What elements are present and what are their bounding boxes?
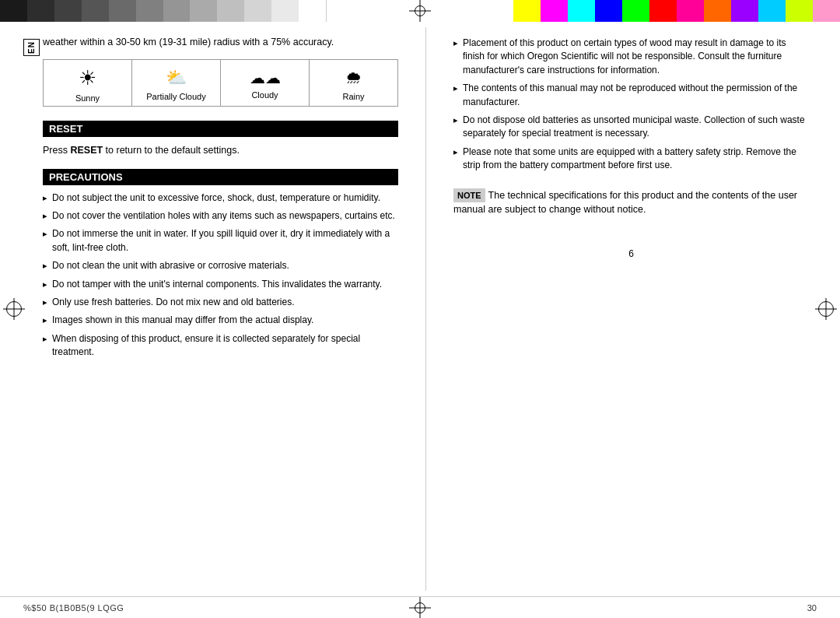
intro-text: weather within a 30-50 km (19-31 mile) r…	[43, 35, 398, 50]
footer-bar: %$50 B(1B0B5(9 LQGG 30	[0, 596, 840, 618]
right-column: ▸ Placement of this product on certain t…	[453, 27, 809, 591]
right-item-text: Placement of this product on certain typ…	[463, 37, 809, 77]
bullet-icon: ▸	[453, 146, 458, 159]
list-item: ▸ Do not subject the unit to excessive f…	[43, 191, 398, 205]
bullet-icon: ▸	[43, 228, 47, 241]
bullet-icon: ▸	[43, 210, 47, 223]
list-item: ▸ Images shown in this manual may differ…	[43, 314, 398, 327]
left-column: weather within a 30-50 km (19-31 mile) r…	[43, 27, 398, 591]
list-item: ▸ When disposing of this product, ensure…	[43, 332, 398, 360]
note-label: NOTE	[453, 188, 485, 203]
right-item-text: The contents of this manual may not be r…	[463, 82, 809, 109]
weather-table: ☀ Sunny ⛅ Partially Cloudy ☁☁ Cloudy 🌧 R…	[43, 59, 398, 107]
precaution-text: Do not cover the ventilation holes with …	[52, 209, 395, 223]
reset-bold: RESET	[70, 145, 103, 156]
weather-partly-cloudy: ⛅ Partially Cloudy	[132, 59, 221, 106]
color-swatches	[513, 0, 840, 22]
precaution-text: When disposing of this product, ensure i…	[52, 332, 398, 360]
precaution-text: Do not clean the unit with abrasive or c…	[52, 259, 289, 272]
list-item: ▸ Do not clean the unit with abrasive or…	[43, 259, 398, 272]
list-item: ▸ Only use fresh batteries. Do not mix n…	[43, 296, 398, 309]
cloudy-label: Cloudy	[226, 90, 304, 100]
precaution-text: Only use fresh batteries. Do not mix new…	[52, 296, 295, 309]
partly-cloudy-icon: ⛅	[137, 68, 215, 88]
bullet-icon: ▸	[453, 114, 458, 127]
bullet-icon: ▸	[453, 83, 458, 95]
footer-left-text: %$50 B(1B0B5(9 LQGG	[23, 603, 124, 613]
partly-cloudy-label: Partially Cloudy	[137, 92, 215, 101]
precaution-text: Do not tamper with the unit's internal c…	[52, 278, 382, 291]
precautions-header: PRECAUTIONS	[43, 169, 398, 185]
page-number: 6	[453, 248, 809, 259]
main-content: weather within a 30-50 km (19-31 mile) r…	[43, 27, 809, 591]
list-item: ▸ Placement of this product on certain t…	[453, 37, 809, 77]
reset-text: Press RESET to return to the default set…	[43, 143, 398, 158]
rainy-label: Rainy	[314, 92, 393, 101]
list-item: ▸ Do not immerse the unit in water. If y…	[43, 227, 398, 255]
gray-swatches	[0, 0, 327, 22]
bullet-icon: ▸	[43, 260, 47, 272]
bullet-icon: ▸	[43, 333, 47, 346]
reset-header: RESET	[43, 121, 398, 137]
sunny-icon: ☀	[48, 66, 127, 90]
column-divider	[425, 27, 426, 591]
bottom-crosshair-mark	[409, 597, 431, 619]
top-center-crosshair	[327, 0, 513, 22]
rainy-icon: 🌧	[314, 68, 393, 88]
weather-rainy: 🌧 Rainy	[310, 59, 398, 106]
bullet-icon: ▸	[43, 279, 47, 291]
note-paragraph: NOTEThe technical specifications for thi…	[453, 188, 809, 218]
cloudy-icon: ☁☁	[226, 68, 304, 87]
precaution-text: Do not subject the unit to excessive for…	[52, 191, 380, 205]
precaution-text: Images shown in this manual may differ f…	[52, 314, 313, 327]
bullet-icon: ▸	[43, 297, 47, 309]
precautions-list: ▸ Do not subject the unit to excessive f…	[43, 191, 398, 360]
bullet-icon: ▸	[453, 37, 458, 50]
sunny-label: Sunny	[48, 93, 127, 103]
weather-cloudy: ☁☁ Cloudy	[221, 59, 310, 106]
top-color-bar	[0, 0, 840, 22]
list-item: ▸ Do not dispose old batteries as unsort…	[453, 114, 809, 141]
bullet-icon: ▸	[43, 192, 47, 205]
right-registration-mark	[818, 301, 834, 317]
list-item: ▸ Do not tamper with the unit's internal…	[43, 278, 398, 291]
note-body-text: The technical specifications for this pr…	[453, 190, 797, 216]
right-item-text: Please note that some units are equipped…	[463, 146, 809, 173]
list-item: ▸ Do not cover the ventilation holes wit…	[43, 209, 398, 223]
bullet-icon: ▸	[43, 314, 47, 327]
top-crosshair-mark	[409, 0, 431, 22]
list-item: ▸ Please note that some units are equipp…	[453, 146, 809, 173]
language-label: EN	[23, 39, 40, 56]
weather-sunny: ☀ Sunny	[44, 59, 132, 106]
precaution-text: Do not immerse the unit in water. If you…	[52, 227, 398, 255]
footer-right-page: 30	[807, 603, 817, 613]
right-precautions-list: ▸ Placement of this product on certain t…	[453, 37, 809, 173]
list-item: ▸ The contents of this manual may not be…	[453, 82, 809, 109]
right-item-text: Do not dispose old batteries as unsorted…	[463, 114, 809, 141]
left-registration-mark	[6, 301, 22, 317]
